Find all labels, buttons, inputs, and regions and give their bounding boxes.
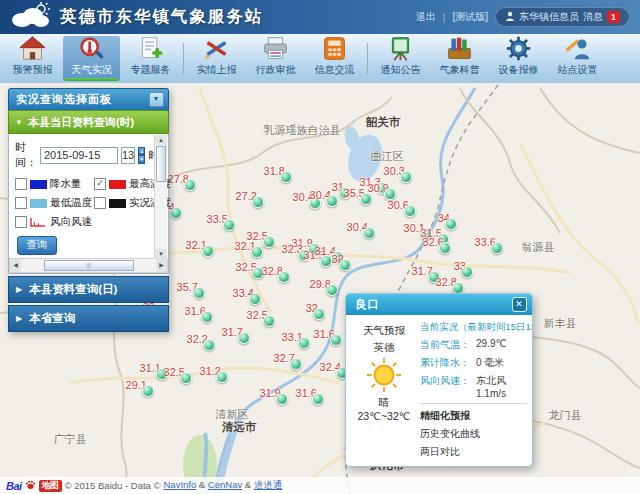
scroll-left-icon[interactable]: ◀ <box>10 259 21 272</box>
station-dot-icon[interactable] <box>203 339 215 351</box>
hour-input[interactable]: 13 <box>121 147 135 164</box>
temp-marker[interactable]: 27.8 <box>184 179 196 191</box>
temp-marker[interactable]: 33.1 <box>298 337 310 349</box>
station-dot-icon[interactable] <box>330 334 342 346</box>
temp-marker[interactable]: 32.5 <box>180 372 192 384</box>
temp-marker[interactable]: 31.6 <box>330 334 342 346</box>
nav-item-7[interactable]: 通知公告 <box>372 36 429 81</box>
day-section-header[interactable]: ▶ 本县资料查询(日) <box>8 276 169 303</box>
logout-link[interactable]: 退出 <box>416 10 436 24</box>
temp-marker[interactable]: 33.4 <box>249 293 261 305</box>
nav-item-2[interactable]: 天气实况 <box>63 36 120 81</box>
checkbox[interactable] <box>15 216 27 228</box>
popup-link-1[interactable]: 精细化预报 <box>420 409 470 423</box>
scrollbar-thumb[interactable] <box>156 146 166 182</box>
hour-down-button[interactable]: ▼ <box>138 155 145 164</box>
station-dot-icon[interactable] <box>238 332 250 344</box>
station-dot-icon[interactable] <box>290 358 302 370</box>
station-dot-icon[interactable] <box>249 293 261 305</box>
station-dot-icon[interactable] <box>251 246 263 258</box>
temp-marker[interactable]: 31.7 <box>238 332 250 344</box>
legend-item[interactable]: 风向风速 <box>15 215 92 229</box>
temp-marker[interactable]: 30.4 <box>363 227 375 239</box>
temp-marker[interactable]: 31.8 <box>280 171 292 183</box>
temp-marker[interactable]: 32.7 <box>290 358 302 370</box>
temp-marker[interactable]: 30.4 <box>170 207 182 219</box>
legend-item[interactable]: 最低温度 <box>15 196 92 210</box>
attribution-link-2[interactable]: CenNav <box>208 479 242 490</box>
temp-marker[interactable]: 32.5 <box>263 315 275 327</box>
temp-marker[interactable]: 32.8 <box>278 271 290 283</box>
horizontal-scrollbar[interactable]: ◀ ||| ▶ <box>9 258 168 273</box>
station-dot-icon[interactable] <box>445 218 457 230</box>
temp-marker[interactable]: 31.9 <box>276 393 288 405</box>
temp-marker[interactable]: 30.3 <box>400 171 412 183</box>
nav-item-4[interactable]: 实情上报 <box>188 36 245 81</box>
station-dot-icon[interactable] <box>201 311 213 323</box>
station-dot-icon[interactable] <box>252 196 264 208</box>
panel-collapse-button[interactable]: ▾ <box>149 92 164 107</box>
temp-marker[interactable]: 32 <box>313 308 325 320</box>
temp-marker[interactable]: 30.4 <box>326 195 338 207</box>
checkbox[interactable] <box>94 197 106 209</box>
checkbox[interactable]: ✓ <box>94 178 106 190</box>
temp-marker[interactable]: 32 <box>339 259 351 271</box>
station-dot-icon[interactable] <box>263 236 275 248</box>
map-canvas[interactable]: 乳源瑶族自治县韶关市曲江区翁源县新丰县龙门县从化市清新区清远市广宁县 27.83… <box>0 83 640 494</box>
station-dot-icon[interactable] <box>313 308 325 320</box>
temp-marker[interactable]: 35.7 <box>193 287 205 299</box>
temp-marker[interactable]: 31.2 <box>216 371 228 383</box>
station-dot-icon[interactable] <box>400 171 412 183</box>
temp-marker[interactable]: 33 <box>461 266 473 278</box>
station-dot-icon[interactable] <box>170 207 182 219</box>
nav-item-9[interactable]: 设备报修 <box>490 36 547 81</box>
query-button[interactable]: 查询 <box>17 236 57 255</box>
temp-marker[interactable]: 30.6 <box>404 205 416 217</box>
station-dot-icon[interactable] <box>461 266 473 278</box>
close-icon[interactable]: ✕ <box>512 297 527 312</box>
station-dot-icon[interactable] <box>223 219 235 231</box>
station-dot-icon[interactable] <box>184 179 196 191</box>
station-dot-icon[interactable] <box>326 284 338 296</box>
temp-marker[interactable]: 34 <box>445 218 457 230</box>
station-dot-icon[interactable] <box>439 242 451 254</box>
station-dot-icon[interactable] <box>276 393 288 405</box>
hour-section-header[interactable]: ▼ 本县当日资料查询(时) <box>8 110 169 134</box>
temp-marker[interactable]: 31.6 <box>201 311 213 323</box>
nav-item-5[interactable]: 行政审批 <box>247 36 304 81</box>
temp-marker[interactable]: 32.2 <box>203 339 215 351</box>
station-dot-icon[interactable] <box>280 171 292 183</box>
station-dot-icon[interactable] <box>312 393 324 405</box>
scrollbar-thumb[interactable]: ||| <box>44 260 134 271</box>
nav-item-1[interactable]: 预警预报 <box>4 36 61 81</box>
message-count-badge[interactable]: 1 <box>607 11 620 23</box>
station-dot-icon[interactable] <box>278 271 290 283</box>
station-dot-icon[interactable] <box>193 287 205 299</box>
checkbox[interactable] <box>15 197 27 209</box>
station-dot-icon[interactable] <box>339 259 351 271</box>
scroll-up-icon[interactable]: ▲ <box>155 135 167 145</box>
checkbox[interactable] <box>15 178 27 190</box>
temp-marker[interactable]: 33.6 <box>491 242 503 254</box>
temp-marker[interactable]: 35.5 <box>360 193 372 205</box>
temp-marker[interactable]: 32.6 <box>439 242 451 254</box>
nav-item-6[interactable]: 信息交流 <box>306 36 363 81</box>
user-pill[interactable]: 东华镇信息员 消息 1 <box>495 7 630 27</box>
temp-marker[interactable]: 27.2 <box>252 196 264 208</box>
vertical-scrollbar[interactable]: ▲ ▼ <box>154 135 167 259</box>
station-dot-icon[interactable] <box>263 315 275 327</box>
station-dot-icon[interactable] <box>298 337 310 349</box>
messages-link[interactable]: 消息 <box>583 10 603 24</box>
temp-marker[interactable]: 31.6 <box>312 393 324 405</box>
station-dot-icon[interactable] <box>216 371 228 383</box>
station-dot-icon[interactable] <box>326 195 338 207</box>
nav-item-3[interactable]: 专题服务 <box>122 36 179 81</box>
attribution-link-1[interactable]: NavInfo <box>163 479 196 490</box>
hour-up-button[interactable]: ▲ <box>138 147 145 156</box>
temp-marker[interactable]: 29.8 <box>326 284 338 296</box>
temp-marker[interactable]: 32.5 <box>263 236 275 248</box>
temp-marker[interactable]: 29.1 <box>142 385 154 397</box>
station-dot-icon[interactable] <box>202 245 214 257</box>
station-dot-icon[interactable] <box>360 193 372 205</box>
temp-marker[interactable]: 32.1 <box>251 246 263 258</box>
